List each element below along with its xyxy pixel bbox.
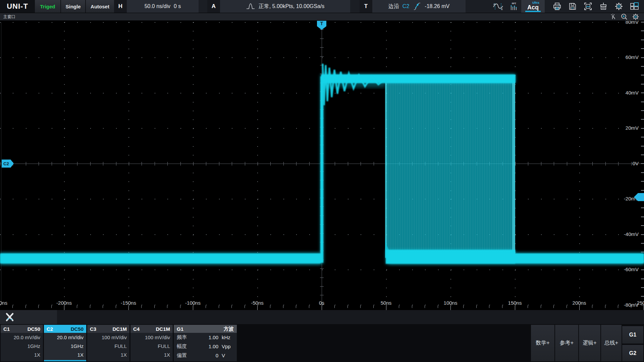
channel-name: C4 [133,326,140,332]
reference-add-button[interactable]: 参考+ [555,325,578,361]
measure-ab-icon[interactable]: A B [490,0,506,13]
bus-add-button[interactable]: 总线+ [601,325,622,361]
brand-logo: UNI-T [0,0,35,13]
acquire-label: A [207,0,220,13]
channel-scale: 100 mV/div [90,334,127,341]
channel-probe: 1X [133,352,170,358]
g1-button[interactable]: G1 [622,326,643,344]
svg-text:B: B [501,8,503,10]
channel-coupling: DC1M [112,326,127,332]
waveform-trace [0,21,644,310]
y-axis-label: -60mV [624,266,639,273]
generator-row-value: 1.00 [209,335,218,340]
x-axis-label: 0s [308,300,336,306]
trigger-settings[interactable]: 边沿 C2 -18.26 mV [372,0,466,13]
annotation-tools-button[interactable] [0,310,57,324]
acq-ultra-badge: Ultra [532,1,539,4]
channel-scale: 100 mV/div [133,334,170,341]
channel-coupling: DC50 [71,326,84,332]
x-axis-label: 250ns [630,300,644,306]
generator-row-unit: V [222,353,234,358]
generator-row-unit: kHz [222,335,234,340]
top-toolbar: UNI-T Triged Single Autoset H 50.0 ns/di… [0,0,644,13]
channel-probe: 1X [90,352,127,358]
channel-bandwidth: FULL [133,343,170,350]
display-settings-gear-icon[interactable] [630,13,641,20]
channel-box-c2[interactable]: C2DC50 20.0 mV/div 1GHz 1X [44,325,86,361]
generator-row-unit: Vpp [222,344,234,349]
g2-button[interactable]: G2 [622,345,643,361]
autoset-button[interactable]: Autoset [85,0,114,13]
quick-tools-row [0,310,644,324]
y-axis-label: 0V [633,161,639,167]
generator-row-label: 频率 [177,334,187,341]
svg-text:A: A [493,3,495,5]
oscilloscope-app: UNI-T Triged Single Autoset H 50.0 ns/di… [0,0,644,362]
horizontal-settings[interactable]: 50.0 ns/div 0 s [127,0,199,13]
zoom-in-icon[interactable] [619,13,630,20]
generator-row-label: 偏置 [177,352,187,359]
touch-icon[interactable] [607,13,619,20]
acq-label: Acq [527,4,539,11]
acquire-info: 正常, 5.00kPts, 10.00GSa/s [259,3,325,10]
horizontal-label: H [114,0,127,13]
channel-bandwidth: 1GHz [47,343,84,350]
channel-box-c3[interactable]: C3DC1M 100 mV/div FULL 1X [87,325,129,361]
generator-row-label: 幅度 [177,343,187,350]
channel-name: C2 [47,326,53,332]
channel-box-c1[interactable]: C1DC50 20.0 mV/div 1GHz 1X [1,325,43,361]
generator-name: G1 [177,326,183,332]
window-tiles-icon[interactable] [627,0,642,13]
crossed-pens-icon [4,312,15,322]
trigger-level: -18.26 mV [425,3,449,9]
window-title: 主窗口 [0,14,15,20]
trigger-type: 边沿 [388,3,399,10]
channel-probe: 1X [47,352,84,358]
brush-icon[interactable] [596,0,611,13]
run-status-button[interactable]: Triged [35,0,60,13]
printer-icon[interactable] [549,0,565,13]
x-axis-label: -100ns [179,300,207,306]
channel-probe: 1X [3,352,40,358]
math-add-button[interactable]: 数学+ [531,325,554,361]
generator-box-g1[interactable]: G1 方波 频率 1.00 kHz 幅度 1.00 Vpp 偏置 0 V [174,325,237,361]
x-axis-label: -150ns [114,300,143,306]
channel-name: C3 [90,326,96,332]
channel-dock: C1DC50 20.0 mV/div 1GHz 1X C2DC50 20.0 m… [0,324,644,362]
channel-coupling: DC1M [156,326,170,332]
fft-icon[interactable]: FFT [506,0,521,13]
channel-bandwidth: FULL [90,343,127,350]
y-axis-label: 80mV [626,21,639,25]
trigger-label: T [360,0,372,13]
y-axis-label: 20mV [626,125,639,131]
y-axis-label: 40mV [626,90,639,96]
save-icon[interactable] [565,0,580,13]
generator-row-value: 0 [216,353,218,358]
waveform-display[interactable]: 80mV 60mV 40mV 20mV 0V -20mV -40mV -60mV… [0,21,644,310]
x-axis-label: 150ns [501,300,529,306]
y-axis-label: 60mV [626,54,639,60]
x-axis-label: 50ns [372,300,400,306]
x-axis-label: -200ns [50,300,78,306]
single-button[interactable]: Single [60,0,85,13]
timebase-value: 50.0 ns/div [145,3,170,9]
svg-text:FFT: FFT [512,2,517,5]
x-axis-label: -50ns [243,300,271,306]
trigger-source: C2 [402,3,409,9]
channel-box-c4[interactable]: C4DC1M 100 mV/div FULL 1X [130,325,173,361]
x-ruler-major-ticks [0,305,644,310]
acq-active-indicator [525,11,541,12]
channel-name: C1 [3,326,10,332]
screenshot-icon[interactable] [580,0,596,13]
channel-coupling: DC50 [28,326,40,332]
tab-acq[interactable]: Ultra Acq [521,0,545,13]
generator-shape: 方波 [224,326,234,332]
window-tab-row: 主窗口 [0,13,644,21]
logic-add-button[interactable]: 逻辑+ [579,325,600,361]
pulse-icon [246,3,255,10]
channel-bandwidth: 1GHz [3,343,40,350]
channel-scale: 20.0 mV/div [3,334,40,341]
acquire-settings[interactable]: 正常, 5.00kPts, 10.00GSa/s [220,0,350,13]
channel-scale: 20.0 mV/div [47,334,84,341]
gear-icon[interactable] [611,0,627,13]
